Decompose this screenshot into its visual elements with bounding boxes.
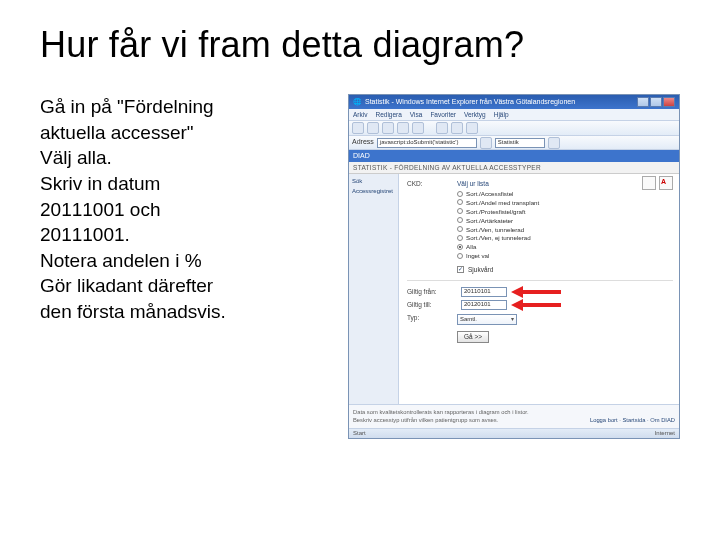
footer-links[interactable]: Logga bort · Startsida · Om DIAD: [590, 417, 675, 424]
radio-icon: [457, 191, 463, 197]
radio-option[interactable]: Sort./Ven, ej tunnelerad: [457, 234, 673, 241]
instr-line: 20111001 och: [40, 197, 330, 223]
section-title-text: STATISTIK - FÖRDELNING AV AKTUELLA ACCES…: [353, 164, 541, 172]
window-title: Statistik - Windows Internet Explorer fr…: [365, 98, 575, 106]
radio-label: Sort./Andel med transplant: [466, 199, 539, 206]
toolbar: [349, 121, 679, 136]
footer-area: Data som kvalitetskontrollerats kan rapp…: [349, 404, 679, 428]
menu-item[interactable]: Arkiv: [353, 111, 367, 119]
date-to-value: 20120101: [464, 301, 491, 308]
go-icon-2[interactable]: [548, 137, 560, 149]
instr-line: Välj alla.: [40, 145, 330, 171]
ckd-value[interactable]: Välj ur lista: [457, 180, 489, 188]
radio-icon: [457, 208, 463, 214]
radio-icon: [457, 217, 463, 223]
radio-option[interactable]: Sort./Andel med transplant: [457, 199, 673, 206]
address-value: javascript:doSubmit('statistic'): [380, 139, 459, 146]
window-titlebar: 🌐 Statistik - Windows Internet Explorer …: [349, 95, 679, 109]
radio-label: Sort./Ven, tunnelerad: [466, 226, 524, 233]
radio-label: Sort./Artärkateter: [466, 217, 513, 224]
forward-button[interactable]: [367, 122, 379, 134]
menubar: Arkiv Redigera Visa Favoriter Verktyg Hj…: [349, 109, 679, 121]
radio-icon: [457, 235, 463, 241]
type-label: Typ:: [407, 314, 457, 322]
instr-line: den första månadsvis.: [40, 299, 330, 325]
favorites-button[interactable]: [451, 122, 463, 134]
radio-label: Alla: [466, 243, 476, 250]
status-right: Internet: [655, 430, 675, 437]
instr-line: Gå in på "Fördelning: [40, 94, 330, 120]
radio-option[interactable]: Sort./Artärkateter: [457, 217, 673, 224]
slide-title: Hur får vi fram detta diagram?: [40, 24, 680, 66]
address-input[interactable]: javascript:doSubmit('statistic'): [377, 138, 477, 148]
pdf-icon[interactable]: [659, 176, 673, 190]
minimize-button[interactable]: [637, 97, 649, 107]
address-value-2: Statistik: [498, 139, 519, 146]
home-button[interactable]: [412, 122, 424, 134]
address-bar: Adress javascript:doSubmit('statistic') …: [349, 136, 679, 150]
status-text-2: Beskriv accesstyp utifrån vilken patient…: [353, 417, 498, 424]
radio-label: Sort./Protesfistel/graft: [466, 208, 526, 215]
instr-line: Notera andelen i %: [40, 248, 330, 274]
address-label: Adress: [352, 138, 374, 146]
nav-item[interactable]: Sök: [352, 178, 395, 185]
date-from-value: 20110101: [464, 288, 491, 295]
instr-line: Gör likadant därefter: [40, 273, 330, 299]
menu-item[interactable]: Redigera: [375, 111, 401, 119]
option-list: Sort./Accessfistel Sort./Andel med trans…: [457, 190, 673, 260]
radio-icon: [457, 199, 463, 205]
radio-icon: [457, 244, 463, 250]
radio-icon: [457, 226, 463, 232]
main-pane: CKD: Välj ur lista Sort./Accessfistel So…: [399, 174, 679, 404]
radio-option[interactable]: Inget val: [457, 252, 673, 259]
left-nav: Sök Accessregistret: [349, 174, 399, 404]
arrow-annotation: [511, 300, 561, 310]
menu-item[interactable]: Verktyg: [464, 111, 486, 119]
status-text: Data som kvalitetskontrollerats kan rapp…: [353, 409, 675, 416]
app-banner: DIAD: [349, 150, 679, 162]
radio-icon: [457, 253, 463, 259]
type-select[interactable]: Samtl.: [457, 314, 517, 325]
radio-option[interactable]: Alla: [457, 243, 673, 250]
stop-button[interactable]: [382, 122, 394, 134]
radio-option[interactable]: Sort./Protesfistel/graft: [457, 208, 673, 215]
go-icon[interactable]: [480, 137, 492, 149]
banner-text: DIAD: [353, 152, 370, 160]
radio-label: Sort./Accessfistel: [466, 190, 513, 197]
arrow-annotation: [511, 287, 561, 297]
menu-item[interactable]: Hjälp: [494, 111, 509, 119]
instr-line: 20111001.: [40, 222, 330, 248]
go-button-label: Gå >>: [464, 333, 482, 341]
checkbox-label: Sjukvård: [468, 266, 493, 274]
ckd-label: CKD:: [407, 180, 457, 188]
radio-option[interactable]: Sort./Accessfistel: [457, 190, 673, 197]
section-title: STATISTIK - FÖRDELNING AV AKTUELLA ACCES…: [349, 162, 679, 174]
radio-option[interactable]: Sort./Ven, tunnelerad: [457, 226, 673, 233]
instr-line: Skriv in datum: [40, 171, 330, 197]
history-button[interactable]: [466, 122, 478, 134]
app-window: 🌐 Statistik - Windows Internet Explorer …: [348, 94, 680, 439]
menu-item[interactable]: Visa: [410, 111, 423, 119]
maximize-button[interactable]: [650, 97, 662, 107]
address-input-2[interactable]: Statistik: [495, 138, 545, 148]
type-value: Samtl.: [460, 316, 477, 323]
status-left: Start: [353, 430, 366, 437]
go-button[interactable]: Gå >>: [457, 331, 489, 343]
date-from-label: Giltig från:: [407, 288, 457, 296]
radio-label: Inget val: [466, 252, 489, 259]
window-icon: 🌐: [353, 98, 362, 106]
instr-line: aktuella accesser": [40, 120, 330, 146]
export-icon[interactable]: [642, 176, 656, 190]
back-button[interactable]: [352, 122, 364, 134]
date-to-label: Giltig till:: [407, 301, 457, 309]
checkbox[interactable]: [457, 266, 464, 273]
radio-label: Sort./Ven, ej tunnelerad: [466, 234, 531, 241]
date-to-input[interactable]: 20120101: [461, 300, 507, 310]
close-button[interactable]: [663, 97, 675, 107]
browser-statusbar: Start Internet: [349, 428, 679, 438]
menu-item[interactable]: Favoriter: [430, 111, 456, 119]
date-from-input[interactable]: 20110101: [461, 287, 507, 297]
search-button[interactable]: [436, 122, 448, 134]
nav-item[interactable]: Accessregistret: [352, 188, 395, 195]
refresh-button[interactable]: [397, 122, 409, 134]
